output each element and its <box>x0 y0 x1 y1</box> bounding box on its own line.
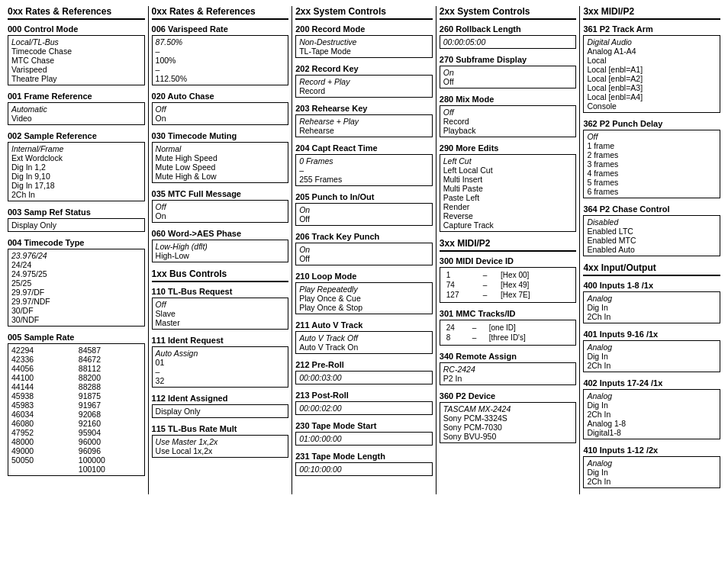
sr-84672[interactable]: 84672 <box>79 355 141 364</box>
option-ext-wordclock[interactable]: Ext Wordclock <box>11 153 141 162</box>
option-varispeed[interactable]: Varispeed <box>11 65 141 74</box>
option-digital18-402[interactable]: Digital1-8 <box>587 428 717 437</box>
section-231-box[interactable]: 00:10:00:00 <box>295 462 433 476</box>
option-local-enbl-a3[interactable]: Local [enbl=A3] <box>587 83 717 92</box>
option-dig-in-410[interactable]: Dig In <box>587 468 717 477</box>
option-5frames[interactable]: 5 frames <box>587 178 717 187</box>
section-290-box[interactable]: Left Cut Left Local Cut Multi Insert Mul… <box>440 154 577 232</box>
sr-48000[interactable]: 48000 <box>11 437 74 446</box>
option-disabled[interactable]: Disabled <box>587 217 717 227</box>
section-401-box[interactable]: Analog Dig In 2Ch In <box>583 340 720 372</box>
option-off-362[interactable]: Off <box>587 132 717 141</box>
option-record-play[interactable]: Record + Play <box>299 77 429 86</box>
sr-91875[interactable]: 91875 <box>79 391 141 401</box>
option-video[interactable]: Video <box>11 114 141 123</box>
option-play-repeatedly[interactable]: Play Repeatedly <box>299 285 429 294</box>
section-410-box[interactable]: Analog Dig In 2Ch In <box>583 456 720 488</box>
section-210-box[interactable]: Play Repeatedly Play Once & Cue Play Onc… <box>295 282 433 314</box>
sr-50050[interactable]: 50050 <box>11 455 74 465</box>
mmc-val-24[interactable]: 24 <box>445 323 469 332</box>
option-preroll-val[interactable]: 00:00:03:00 <box>299 373 429 382</box>
option-1frame[interactable]: 1 frame <box>587 141 717 150</box>
midi-val-1[interactable]: 1 <box>445 271 480 279</box>
option-enabled-auto[interactable]: Enabled Auto <box>587 245 717 254</box>
sr-91967[interactable]: 91967 <box>79 401 141 410</box>
sr-88200[interactable]: 88200 <box>79 373 141 382</box>
section-361-box[interactable]: Digital Audio Analog A1-A4 Local Local [… <box>583 35 720 113</box>
option-dig-in-910[interactable]: Dig In 9,10 <box>11 172 141 181</box>
option-non-destructive[interactable]: Non-Destructive <box>299 37 429 47</box>
midi-val-127[interactable]: 127 <box>445 291 480 299</box>
option-mtc-chase[interactable]: MTC Chase <box>11 56 141 65</box>
option-2997ndf[interactable]: 29.97/NDF <box>11 297 141 306</box>
option-local-enbl-a2[interactable]: Local [enbl=A2] <box>587 74 717 83</box>
section-004-box[interactable]: 23.976/24 24/24 24.975/25 25/25 29.97/DF… <box>8 249 145 327</box>
option-2ch-in-401[interactable]: 2Ch In <box>587 361 717 370</box>
sr-88112[interactable]: 88112 <box>79 364 141 373</box>
section-115-box[interactable]: Use Master 1x,2x Use Local 1x,2x <box>152 435 289 458</box>
option-01[interactable]: 01 <box>156 358 285 367</box>
option-postroll-val[interactable]: 00:00:02:00 <box>299 404 429 413</box>
section-110-box[interactable]: Off Slave Master <box>152 298 289 330</box>
option-digital-audio[interactable]: Digital Audio <box>587 37 717 47</box>
option-on-270[interactable]: On <box>443 68 573 77</box>
option-dig-in-1718[interactable]: Dig In 17,18 <box>11 181 141 190</box>
option-2525[interactable]: 25/25 <box>11 278 141 288</box>
sr-44144[interactable]: 44144 <box>11 382 74 391</box>
section-205-box[interactable]: On Off <box>295 203 433 226</box>
option-off-270[interactable]: Off <box>443 77 573 86</box>
sr-46034[interactable]: 46034 <box>11 410 74 419</box>
option-playback-280[interactable]: Playback <box>443 126 573 135</box>
section-002-box[interactable]: Internal/Frame Ext Wordclock Dig In 1,2 … <box>8 142 145 201</box>
section-360-box[interactable]: TASCAM MX-2424 Sony PCM-3324S Sony PCM-7… <box>440 402 577 443</box>
option-play-once-cue[interactable]: Play Once & Cue <box>299 294 429 303</box>
sr-47952[interactable]: 47952 <box>11 428 74 437</box>
option-console[interactable]: Console <box>587 101 717 111</box>
midi-val-74[interactable]: 74 <box>445 281 480 289</box>
section-030-box[interactable]: Normal Mute High Speed Mute Low Speed Mu… <box>152 142 289 183</box>
sr-100000[interactable]: 100000 <box>79 455 141 465</box>
option-render[interactable]: Render <box>443 202 573 211</box>
option-mute-both[interactable]: Mute High & Low <box>156 172 285 181</box>
option-dig-in-401[interactable]: Dig In <box>587 352 717 361</box>
section-280-box[interactable]: Off Record Playback <box>440 105 577 137</box>
option-30df[interactable]: 30/DF <box>11 306 141 315</box>
section-000-box[interactable]: Local/TL-Bus Timecode Chase MTC Chase Va… <box>8 35 145 85</box>
option-analog-402[interactable]: Analog <box>587 391 717 401</box>
option-255-frames[interactable]: 255 Frames <box>299 175 429 184</box>
option-use-local[interactable]: Use Local 1x,2x <box>156 446 285 455</box>
option-tape-length-val[interactable]: 00:10:00:00 <box>299 465 429 474</box>
option-0-frames[interactable]: 0 Frames <box>299 156 429 166</box>
option-left-local-cut[interactable]: Left Local Cut <box>443 166 573 175</box>
option-sony-bvu950[interactable]: Sony BVU-950 <box>443 432 573 441</box>
option-2997df[interactable]: 29.97/DF <box>11 288 141 297</box>
option-6frames[interactable]: 6 frames <box>587 187 717 196</box>
option-off-205[interactable]: Off <box>299 214 429 224</box>
sr-45983[interactable]: 45983 <box>11 401 74 410</box>
sr-44100[interactable]: 44100 <box>11 373 74 382</box>
option-paste-left[interactable]: Paste Left <box>443 193 573 202</box>
option-high-low[interactable]: High-Low <box>156 251 285 260</box>
option-24975[interactable]: 24.975/25 <box>11 269 141 278</box>
option-enabled-ltc[interactable]: Enabled LTC <box>587 227 717 236</box>
option-analog-410[interactable]: Analog <box>587 458 717 468</box>
sr-46080[interactable]: 46080 <box>11 419 74 428</box>
option-on-020[interactable]: On <box>156 114 285 123</box>
option-local-enbl-a4[interactable]: Local [enbl=A4] <box>587 92 717 101</box>
option-multi-insert[interactable]: Multi Insert <box>443 175 573 184</box>
section-300-box[interactable]: 1 – [Hex 00] 74 – [Hex 49] 127 – [Hex 7E… <box>440 267 577 303</box>
section-270-box[interactable]: On Off <box>440 66 577 88</box>
section-212-box[interactable]: 00:00:03:00 <box>295 371 433 384</box>
option-2frames[interactable]: 2 frames <box>587 150 717 159</box>
option-23976[interactable]: 23.976/24 <box>11 251 141 260</box>
option-enabled-mtc[interactable]: Enabled MTC <box>587 236 717 245</box>
section-206-box[interactable]: On Off <box>295 243 433 265</box>
option-100pct[interactable]: 100% <box>156 56 285 65</box>
option-reverse[interactable]: Reverse <box>443 211 573 220</box>
option-off-110[interactable]: Off <box>156 300 285 309</box>
sr-42336[interactable]: 42336 <box>11 355 74 364</box>
option-auto-assign[interactable]: Auto Assign <box>156 349 285 358</box>
option-11250[interactable]: 112.50% <box>156 74 285 83</box>
sr-45938[interactable]: 45938 <box>11 391 74 401</box>
option-rollback-val[interactable]: 00:00:05:00 <box>443 37 573 47</box>
